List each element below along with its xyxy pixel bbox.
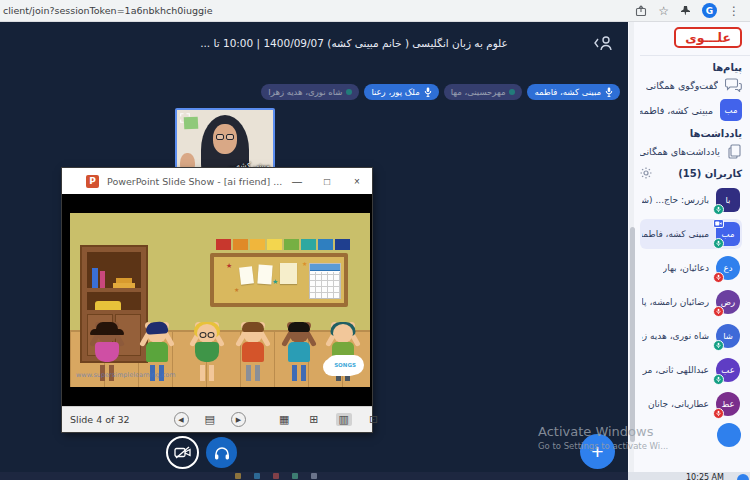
messages-header: پیام‌ها	[640, 62, 742, 73]
reading-view-icon[interactable]: ▥	[336, 413, 352, 426]
next-slide-button[interactable]: ▶	[231, 412, 246, 427]
speaker-pill-label: ملک پور، رعنا	[371, 87, 419, 97]
user-row[interactable]: دع دعائیان، بهار	[640, 253, 742, 283]
public-notes-item[interactable]: یادداشت‌های همگانی	[640, 144, 742, 159]
teacher-video[interactable]: مبینی کشه...	[175, 108, 275, 173]
user-avatar-partial	[717, 423, 741, 447]
powerpoint-icon: P	[86, 175, 99, 188]
previous-slide-button[interactable]: ◀	[174, 412, 189, 427]
mic-status-icon	[713, 238, 724, 249]
speaker-pill-label: شاه نوری، هدیه زهرا	[268, 87, 342, 97]
user-name: مبینی کشه، فاطمه	[642, 229, 709, 239]
cartoon-child	[186, 321, 228, 383]
mic-icon	[424, 87, 432, 97]
speaker-pill[interactable]: شاه نوری، هدیه زهرا	[261, 84, 359, 100]
mic-status-icon	[713, 204, 724, 215]
speaker-pill[interactable]: ملک پور، رعنا	[364, 84, 438, 100]
calendar-decoration	[309, 263, 341, 299]
extension-pin-icon[interactable]	[680, 5, 691, 16]
public-chat-item[interactable]: گفت‌وگوی همگانی	[640, 78, 742, 92]
cartoon-child	[232, 321, 274, 383]
taskbar-app-icon[interactable]	[273, 473, 279, 479]
speaker-pill[interactable]: مبینی کشه، فاطمه	[527, 84, 620, 100]
notes-pages-icon	[727, 144, 742, 159]
user-name: دعائیان، بهار	[663, 263, 709, 273]
url-bar[interactable]: client/join?sessionToken=1a6nbkhch0iuggi…	[0, 5, 635, 16]
notes-header: یادداشت‌ها	[640, 128, 742, 139]
public-chat-label: گفت‌وگوی همگانی	[646, 80, 718, 91]
taskbar-app-icon[interactable]	[254, 473, 260, 479]
user-row[interactable]: عط عطاریانی، جانان	[640, 389, 742, 419]
speaker-pills: مبینی کشه، فاطمه مهرحسینی، مها ملک پور، …	[261, 84, 620, 100]
chat-bubbles-icon	[725, 78, 742, 92]
bulletin-board-decoration: ★ ★ ★ ★	[210, 253, 348, 307]
close-button[interactable]: ×	[342, 168, 372, 194]
presenter-icon[interactable]	[592, 35, 614, 51]
user-name: عطاریانی، جانان	[648, 399, 709, 409]
camera-toggle-button[interactable]	[166, 436, 199, 469]
minimize-button[interactable]: —	[282, 168, 312, 194]
add-pod-button[interactable]: +	[580, 434, 615, 469]
grid-view-icon[interactable]: ⊞	[306, 413, 321, 426]
cartoon-child	[278, 321, 320, 383]
bookmark-star-icon[interactable]: ☆	[658, 5, 669, 17]
screen: client/join?sessionToken=1a6nbkhch0iuggi…	[0, 0, 750, 480]
users-header: کاربران (15)	[640, 167, 742, 179]
user-row[interactable]: رض رضائیان رامشه، پانی...	[640, 287, 742, 317]
user-row[interactable]: شا شاه نوری، هدیه زهرا	[640, 321, 742, 351]
color-cards-decoration	[216, 239, 350, 250]
powerpoint-window-title: PowerPoint Slide Show - [ai friend] ...	[107, 176, 282, 187]
slide-watermark: www.supersimplelearning.com	[76, 371, 176, 379]
speaker-pill-label: مهرحسینی، مها	[451, 87, 506, 97]
sidebar-scrollbar[interactable]	[629, 22, 634, 472]
audio-headphones-button[interactable]	[206, 437, 237, 468]
slide-area[interactable]: ★ ★ ★ ★	[62, 194, 372, 406]
sidebar: علـــوی پیام‌ها گفت‌وگوی همگانی مب مبینی…	[628, 22, 750, 472]
speaker-pill[interactable]: مهرحسینی، مها	[444, 84, 523, 100]
songs-logo: SONGS	[326, 355, 364, 375]
taskbar-app-icon[interactable]	[235, 473, 241, 479]
browser-bar: client/join?sessionToken=1a6nbkhch0iuggi…	[0, 0, 750, 22]
glasses-decoration	[216, 134, 234, 140]
maximize-button[interactable]: □	[312, 168, 342, 194]
avatar: مب	[720, 99, 742, 121]
slide-counter: Slide 4 of 32	[70, 414, 130, 425]
mic-status-icon	[713, 408, 724, 419]
user-list: با بازرس: حاج... (شما) مب	[640, 185, 742, 447]
private-chat-item[interactable]: مب مبینی کشه، فاطمه	[640, 99, 742, 121]
user-row[interactable]: با بازرس: حاج... (شما)	[640, 185, 742, 215]
annotate-icon[interactable]: ▤	[202, 413, 218, 426]
user-name: بازرس: حاج... (شما)	[642, 195, 709, 205]
user-name: شاه نوری، هدیه زهرا	[642, 331, 709, 341]
session-titlebar: علوم به زبان انگلیسی ( خانم مبینی کشه) 1…	[0, 22, 628, 64]
taskbar-notification-icon	[737, 474, 749, 480]
session-title: علوم به زبان انگلیسی ( خانم مبینی کشه) 1…	[200, 37, 508, 49]
browser-menu-icon[interactable]: ⋮	[728, 5, 740, 17]
status-dot-icon	[346, 89, 352, 95]
user-name: رضائیان رامشه، پانی...	[642, 297, 709, 307]
camera-on-icon	[713, 219, 724, 228]
taskbar-app-icon[interactable]	[292, 473, 298, 479]
wall-note-decoration	[184, 117, 199, 130]
browser-profile-avatar[interactable]: G	[702, 3, 717, 18]
taskbar-app-icon[interactable]	[311, 473, 317, 479]
mic-status-icon	[713, 374, 724, 385]
speaker-pill-label: مبینی کشه، فاطمه	[534, 87, 601, 97]
private-chat-label: مبینی کشه، فاطمه	[640, 105, 713, 116]
user-row[interactable]: عب عبداللهی ثانی، مر...	[640, 355, 742, 385]
school-logo: علـــوی	[674, 27, 742, 48]
gear-icon[interactable]	[640, 167, 652, 179]
mic-icon	[605, 87, 613, 97]
taskbar-clock-area: 10:25 AM	[628, 472, 750, 480]
notes-view-icon[interactable]: ▦	[276, 413, 292, 426]
mic-status-icon	[713, 272, 724, 283]
main-stage: علوم به زبان انگلیسی ( خانم مبینی کشه) 1…	[0, 22, 628, 472]
powerpoint-titlebar[interactable]: P PowerPoint Slide Show - [ai friend] ..…	[62, 168, 372, 194]
share-icon[interactable]	[635, 5, 647, 17]
slideshow-toolbar: Slide 4 of 32 ◀ ▤ ▶ ▦ ⊞ ▥ ⊡	[62, 406, 372, 432]
mic-status-icon	[713, 340, 724, 351]
user-name: عبداللهی ثانی، مر...	[642, 365, 709, 375]
powerpoint-window: P PowerPoint Slide Show - [ai friend] ..…	[62, 168, 372, 432]
user-row[interactable]: مب مبینی کشه، فاطمه	[640, 219, 742, 249]
display-settings-icon[interactable]: ⊡	[366, 413, 381, 426]
